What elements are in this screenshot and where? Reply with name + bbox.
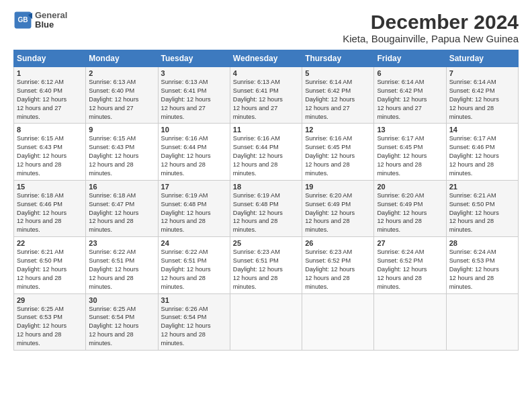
calendar-cell: [374, 293, 446, 350]
calendar-cell: [302, 293, 374, 350]
day-number: 31: [161, 296, 227, 304]
day-info: Sunrise: 6:13 AMSunset: 6:40 PMDaylight:…: [89, 78, 154, 121]
day-info: Sunrise: 6:23 AMSunset: 6:52 PMDaylight:…: [305, 248, 371, 291]
calendar-cell: 29Sunrise: 6:25 AMSunset: 6:53 PMDayligh…: [14, 293, 86, 350]
logo-text: General Blue: [35, 11, 67, 30]
day-info: Sunrise: 6:21 AMSunset: 6:50 PMDaylight:…: [17, 248, 83, 291]
calendar-cell: 28Sunrise: 6:24 AMSunset: 6:53 PMDayligh…: [446, 237, 518, 293]
calendar-title: December 2024: [343, 11, 519, 33]
calendar-cell: 15Sunrise: 6:18 AMSunset: 6:46 PMDayligh…: [14, 180, 86, 236]
weekday-header-sunday: Sunday: [14, 50, 86, 67]
calendar-cell: 14Sunrise: 6:17 AMSunset: 6:46 PMDayligh…: [446, 124, 518, 180]
calendar-week-row: 1Sunrise: 6:12 AMSunset: 6:40 PMDaylight…: [14, 67, 519, 124]
day-info: Sunrise: 6:13 AMSunset: 6:41 PMDaylight:…: [161, 78, 227, 121]
day-number: 26: [305, 239, 371, 247]
day-info: Sunrise: 6:25 AMSunset: 6:53 PMDaylight:…: [17, 305, 83, 348]
day-number: 7: [449, 69, 515, 77]
day-info: Sunrise: 6:12 AMSunset: 6:40 PMDaylight:…: [17, 78, 83, 121]
day-info: Sunrise: 6:16 AMSunset: 6:44 PMDaylight:…: [161, 134, 227, 177]
calendar-cell: 16Sunrise: 6:18 AMSunset: 6:47 PMDayligh…: [86, 180, 158, 236]
day-info: Sunrise: 6:26 AMSunset: 6:54 PMDaylight:…: [161, 305, 227, 348]
day-number: 3: [161, 69, 227, 77]
calendar-cell: 26Sunrise: 6:23 AMSunset: 6:52 PMDayligh…: [302, 237, 374, 293]
day-number: 10: [161, 126, 227, 134]
day-number: 13: [377, 126, 443, 134]
calendar-subtitle: Kieta, Bougainville, Papua New Guinea: [343, 33, 519, 44]
day-number: 8: [17, 126, 83, 134]
day-info: Sunrise: 6:14 AMSunset: 6:42 PMDaylight:…: [449, 78, 515, 121]
logo-icon: GB: [13, 11, 32, 30]
calendar-table: SundayMondayTuesdayWednesdayThursdayFrid…: [13, 50, 519, 351]
page-header: GB General Blue December 2024 Kieta, Bou…: [13, 11, 519, 44]
weekday-header-row: SundayMondayTuesdayWednesdayThursdayFrid…: [14, 50, 519, 67]
day-number: 17: [161, 183, 227, 191]
title-area: December 2024 Kieta, Bougainville, Papua…: [343, 11, 519, 44]
day-number: 2: [89, 69, 154, 77]
day-number: 18: [233, 183, 299, 191]
day-info: Sunrise: 6:15 AMSunset: 6:43 PMDaylight:…: [89, 134, 154, 177]
calendar-cell: 4Sunrise: 6:13 AMSunset: 6:41 PMDaylight…: [230, 67, 302, 124]
day-number: 4: [233, 69, 299, 77]
day-number: 24: [161, 239, 227, 247]
day-number: 16: [89, 183, 154, 191]
calendar-cell: 30Sunrise: 6:25 AMSunset: 6:54 PMDayligh…: [86, 293, 158, 350]
weekday-header-monday: Monday: [86, 50, 158, 67]
calendar-cell: 17Sunrise: 6:19 AMSunset: 6:48 PMDayligh…: [158, 180, 230, 236]
day-info: Sunrise: 6:20 AMSunset: 6:49 PMDaylight:…: [377, 191, 443, 234]
day-number: 14: [449, 126, 515, 134]
day-info: Sunrise: 6:17 AMSunset: 6:45 PMDaylight:…: [377, 134, 443, 177]
calendar-cell: 2Sunrise: 6:13 AMSunset: 6:40 PMDaylight…: [86, 67, 158, 124]
day-number: 30: [89, 296, 154, 304]
calendar-week-row: 15Sunrise: 6:18 AMSunset: 6:46 PMDayligh…: [14, 180, 519, 236]
day-info: Sunrise: 6:13 AMSunset: 6:41 PMDaylight:…: [233, 78, 299, 121]
day-info: Sunrise: 6:14 AMSunset: 6:42 PMDaylight:…: [305, 78, 371, 121]
calendar-cell: 3Sunrise: 6:13 AMSunset: 6:41 PMDaylight…: [158, 67, 230, 124]
calendar-cell: 19Sunrise: 6:20 AMSunset: 6:49 PMDayligh…: [302, 180, 374, 236]
calendar-cell: 24Sunrise: 6:22 AMSunset: 6:51 PMDayligh…: [158, 237, 230, 293]
calendar-cell: 9Sunrise: 6:15 AMSunset: 6:43 PMDaylight…: [86, 124, 158, 180]
calendar-cell: 13Sunrise: 6:17 AMSunset: 6:45 PMDayligh…: [374, 124, 446, 180]
calendar-cell: [446, 293, 518, 350]
calendar-cell: 12Sunrise: 6:16 AMSunset: 6:45 PMDayligh…: [302, 124, 374, 180]
weekday-header-saturday: Saturday: [446, 50, 518, 67]
day-info: Sunrise: 6:22 AMSunset: 6:51 PMDaylight:…: [89, 248, 154, 291]
weekday-header-friday: Friday: [374, 50, 446, 67]
day-info: Sunrise: 6:19 AMSunset: 6:48 PMDaylight:…: [161, 191, 227, 234]
day-info: Sunrise: 6:22 AMSunset: 6:51 PMDaylight:…: [161, 248, 227, 291]
day-number: 15: [17, 183, 83, 191]
weekday-header-tuesday: Tuesday: [158, 50, 230, 67]
day-info: Sunrise: 6:24 AMSunset: 6:53 PMDaylight:…: [449, 248, 515, 291]
calendar-cell: 27Sunrise: 6:24 AMSunset: 6:52 PMDayligh…: [374, 237, 446, 293]
calendar-week-row: 22Sunrise: 6:21 AMSunset: 6:50 PMDayligh…: [14, 237, 519, 293]
day-number: 20: [377, 183, 443, 191]
calendar-cell: 23Sunrise: 6:22 AMSunset: 6:51 PMDayligh…: [86, 237, 158, 293]
day-info: Sunrise: 6:18 AMSunset: 6:46 PMDaylight:…: [17, 191, 83, 234]
day-number: 21: [449, 183, 515, 191]
weekday-header-thursday: Thursday: [302, 50, 374, 67]
day-number: 27: [377, 239, 443, 247]
calendar-cell: 20Sunrise: 6:20 AMSunset: 6:49 PMDayligh…: [374, 180, 446, 236]
calendar-cell: 6Sunrise: 6:14 AMSunset: 6:42 PMDaylight…: [374, 67, 446, 124]
day-number: 9: [89, 126, 154, 134]
calendar-week-row: 8Sunrise: 6:15 AMSunset: 6:43 PMDaylight…: [14, 124, 519, 180]
day-info: Sunrise: 6:16 AMSunset: 6:44 PMDaylight:…: [233, 134, 299, 177]
day-number: 28: [449, 239, 515, 247]
day-info: Sunrise: 6:16 AMSunset: 6:45 PMDaylight:…: [305, 134, 371, 177]
calendar-cell: 5Sunrise: 6:14 AMSunset: 6:42 PMDaylight…: [302, 67, 374, 124]
calendar-cell: 22Sunrise: 6:21 AMSunset: 6:50 PMDayligh…: [14, 237, 86, 293]
day-info: Sunrise: 6:23 AMSunset: 6:51 PMDaylight:…: [233, 248, 299, 291]
logo: GB General Blue: [13, 11, 67, 30]
day-info: Sunrise: 6:21 AMSunset: 6:50 PMDaylight:…: [449, 191, 515, 234]
day-info: Sunrise: 6:19 AMSunset: 6:48 PMDaylight:…: [233, 191, 299, 234]
day-info: Sunrise: 6:17 AMSunset: 6:46 PMDaylight:…: [449, 134, 515, 177]
day-number: 6: [377, 69, 443, 77]
day-number: 23: [89, 239, 154, 247]
calendar-cell: 1Sunrise: 6:12 AMSunset: 6:40 PMDaylight…: [14, 67, 86, 124]
calendar-cell: 18Sunrise: 6:19 AMSunset: 6:48 PMDayligh…: [230, 180, 302, 236]
day-info: Sunrise: 6:24 AMSunset: 6:52 PMDaylight:…: [377, 248, 443, 291]
day-number: 5: [305, 69, 371, 77]
day-number: 29: [17, 296, 83, 304]
day-number: 12: [305, 126, 371, 134]
calendar-week-row: 29Sunrise: 6:25 AMSunset: 6:53 PMDayligh…: [14, 293, 519, 350]
day-info: Sunrise: 6:25 AMSunset: 6:54 PMDaylight:…: [89, 305, 154, 348]
